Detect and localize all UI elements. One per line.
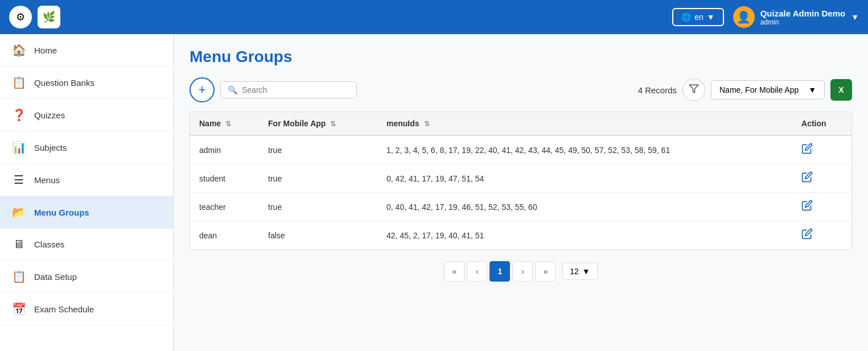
per-page-dropdown-icon: ▼ [582, 267, 590, 276]
table-row: admin true 1, 2, 3, 4, 5, 6, 8, 17, 19, … [190, 135, 851, 164]
pagination: « ‹ 1 › » 12 ▼ [190, 261, 852, 282]
add-button[interactable]: + [190, 77, 215, 102]
column-select[interactable]: Name, For Mobile App ▼ [711, 80, 825, 100]
per-page-select[interactable]: 12 ▼ [562, 263, 597, 280]
edit-icon[interactable] [801, 230, 813, 242]
lang-label: en [694, 13, 704, 22]
table-container: Name ⇅ For Mobile App ⇅ menuIds ⇅ Action [190, 112, 852, 250]
sidebar-item-question-banks[interactable]: 📋 Question Banks [0, 67, 173, 99]
sidebar-item-subjects[interactable]: 📊 Subjects [0, 131, 173, 164]
question-banks-icon: 📋 [11, 76, 26, 89]
page-1-button[interactable]: 1 [489, 261, 510, 282]
filter-button[interactable] [682, 79, 705, 101]
sidebar-item-classes[interactable]: 🖥 Classes [0, 229, 173, 261]
edit-icon[interactable] [801, 202, 813, 213]
cell-menu-ids: 0, 42, 41, 17, 19, 47, 51, 54 [377, 164, 792, 193]
table-header: Name ⇅ For Mobile App ⇅ menuIds ⇅ Action [190, 112, 851, 135]
cell-menu-ids: 42, 45, 2, 17, 19, 40, 41, 51 [377, 221, 792, 250]
sort-menuids-icon[interactable]: ⇅ [424, 120, 430, 128]
col-menu-ids: menuIds ⇅ [377, 112, 792, 135]
home-icon: 🏠 [11, 43, 26, 57]
sort-mobile-icon[interactable]: ⇅ [330, 120, 336, 128]
language-button[interactable]: 🌐 en ▼ [672, 8, 723, 26]
layout: 🏠 Home 📋 Question Banks ❓ Quizzes 📊 Subj… [0, 34, 868, 351]
page-title: Menu Groups [190, 48, 852, 66]
cell-action [792, 164, 851, 193]
col-name: Name ⇅ [190, 112, 259, 135]
cell-menu-ids: 0, 40, 41, 42, 17, 19, 46, 51, 52, 53, 5… [377, 193, 792, 221]
cell-name: dean [190, 221, 259, 250]
edit-icon[interactable] [801, 145, 813, 156]
table-body: admin true 1, 2, 3, 4, 5, 6, 8, 17, 19, … [190, 135, 851, 249]
lang-dropdown-icon: ▼ [707, 13, 715, 22]
sidebar-label-classes: Classes [34, 239, 64, 249]
logo1-icon: ⚙ [9, 6, 32, 28]
sidebar-item-exam-schedule[interactable]: 📅 Exam Schedule [0, 293, 173, 325]
topbar-left: ⚙ 🌿 [9, 6, 60, 28]
sidebar: 🏠 Home 📋 Question Banks ❓ Quizzes 📊 Subj… [0, 34, 174, 351]
filter-icon [689, 84, 699, 97]
user-text: Quizale Admin Demo admin [760, 9, 845, 26]
sidebar-item-quizzes[interactable]: ❓ Quizzes [0, 99, 173, 131]
exam-schedule-icon: 📅 [11, 302, 26, 316]
cell-action [792, 135, 851, 164]
topbar-right: 🌐 en ▼ 👤 Quizale Admin Demo admin ▼ [672, 6, 859, 28]
col-action: Action [792, 112, 851, 135]
search-input[interactable] [242, 85, 349, 94]
cell-mobile-app: true [259, 193, 377, 221]
classes-icon: 🖥 [11, 238, 26, 251]
col-for-mobile-app: For Mobile App ⇅ [259, 112, 377, 135]
logo2-icon: 🌿 [38, 6, 60, 28]
sidebar-label-exam-schedule: Exam Schedule [34, 304, 94, 314]
column-select-dropdown-icon: ▼ [808, 85, 816, 94]
user-dropdown-icon: ▼ [851, 13, 859, 22]
search-wrapper: 🔍 [220, 81, 357, 98]
user-menu[interactable]: 👤 Quizale Admin Demo admin ▼ [733, 6, 859, 28]
sidebar-item-data-setup[interactable]: 📋 Data Setup [0, 261, 173, 293]
cell-menu-ids: 1, 2, 3, 4, 5, 6, 8, 17, 19, 22, 40, 41,… [377, 135, 792, 164]
table-row: student true 0, 42, 41, 17, 19, 47, 51, … [190, 164, 851, 193]
quizzes-icon: ❓ [11, 108, 26, 122]
cell-name: admin [190, 135, 259, 164]
sidebar-label-subjects: Subjects [34, 143, 67, 152]
user-role: admin [760, 18, 845, 26]
sort-name-icon[interactable]: ⇅ [225, 120, 231, 128]
page-first-button[interactable]: « [444, 261, 464, 282]
sidebar-label-question-banks: Question Banks [34, 78, 94, 88]
data-setup-icon: 📋 [11, 270, 26, 283]
avatar: 👤 [733, 6, 755, 28]
toolbar: + 🔍 4 Records Name, For Mobile App ▼ X [190, 77, 852, 102]
sidebar-item-home[interactable]: 🏠 Home [0, 34, 173, 67]
menu-groups-icon: 📂 [11, 205, 26, 219]
svg-marker-0 [690, 85, 698, 93]
cell-action [792, 221, 851, 250]
excel-icon: X [838, 85, 844, 94]
sidebar-label-data-setup: Data Setup [34, 272, 77, 282]
page-prev-button[interactable]: ‹ [467, 261, 487, 282]
topbar: ⚙ 🌿 🌐 en ▼ 👤 Quizale Admin Demo admin ▼ [0, 0, 868, 34]
excel-export-button[interactable]: X [830, 79, 852, 101]
cell-mobile-app: false [259, 221, 377, 250]
add-icon: + [199, 82, 206, 97]
search-icon: 🔍 [228, 85, 237, 94]
page-last-button[interactable]: » [535, 261, 556, 282]
sidebar-item-menus[interactable]: ☰ Menus [0, 164, 173, 196]
sidebar-item-menu-groups[interactable]: 📂 Menu Groups [0, 196, 173, 229]
globe-icon: 🌐 [681, 13, 691, 22]
sidebar-label-quizzes: Quizzes [34, 110, 65, 120]
edit-icon[interactable] [801, 174, 813, 185]
column-select-label: Name, For Mobile App [719, 85, 799, 94]
subjects-icon: 📊 [11, 141, 26, 154]
per-page-value: 12 [570, 267, 579, 276]
cell-mobile-app: true [259, 135, 377, 164]
page-next-button[interactable]: › [512, 261, 533, 282]
table-row: teacher true 0, 40, 41, 42, 17, 19, 46, … [190, 193, 851, 221]
sidebar-label-home: Home [34, 46, 57, 55]
table-row: dean false 42, 45, 2, 17, 19, 40, 41, 51 [190, 221, 851, 250]
cell-name: student [190, 164, 259, 193]
records-count: 4 Records [638, 85, 677, 95]
main-content: Menu Groups + 🔍 4 Records Name, For Mobi… [174, 34, 868, 351]
sidebar-label-menu-groups: Menu Groups [34, 208, 89, 217]
menu-groups-table: Name ⇅ For Mobile App ⇅ menuIds ⇅ Action [190, 112, 851, 249]
cell-name: teacher [190, 193, 259, 221]
